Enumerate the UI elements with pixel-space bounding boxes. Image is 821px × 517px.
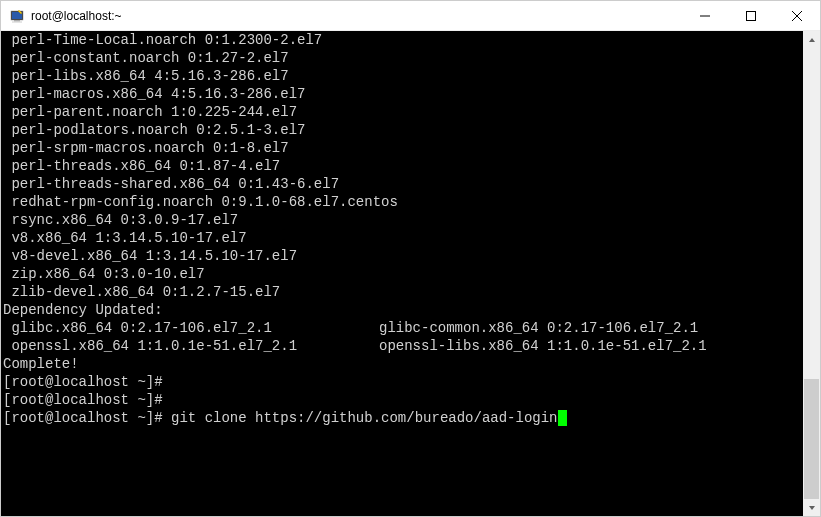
terminal-line: [root@localhost ~]# xyxy=(3,373,801,391)
window-controls xyxy=(682,1,820,30)
terminal-line: perl-threads-shared.x86_64 0:1.43-6.el7 xyxy=(3,175,801,193)
terminal-line: perl-libs.x86_64 4:5.16.3-286.el7 xyxy=(3,67,801,85)
terminal-line: perl-threads.x86_64 0:1.87-4.el7 xyxy=(3,157,801,175)
terminal-line: perl-parent.noarch 1:0.225-244.el7 xyxy=(3,103,801,121)
terminal-line: zlib-devel.x86_64 0:1.2.7-15.el7 xyxy=(3,283,801,301)
scroll-up-icon[interactable] xyxy=(803,31,820,48)
terminal-area: perl-Time-Local.noarch 0:1.2300-2.el7 pe… xyxy=(1,31,820,516)
dep-col2: openssl-libs.x86_64 1:1.0.1e-51.el7_2.1 xyxy=(379,338,707,354)
terminal-prompt-line: [root@localhost ~]# git clone https://gi… xyxy=(3,409,801,427)
scroll-thumb[interactable] xyxy=(804,379,819,499)
putty-window: root@localhost:~ perl-Time-Local.noarch … xyxy=(0,0,821,517)
svg-rect-5 xyxy=(747,11,756,20)
terminal-line: perl-podlators.noarch 0:2.5.1-3.el7 xyxy=(3,121,801,139)
dep-col1: openssl.x86_64 1:1.0.1e-51.el7_2.1 xyxy=(3,337,379,355)
scroll-down-icon[interactable] xyxy=(803,499,820,516)
terminal-line: glibc.x86_64 0:2.17-106.el7_2.1glibc-com… xyxy=(3,319,801,337)
terminal-line: rsync.x86_64 0:3.0.9-17.el7 xyxy=(3,211,801,229)
terminal-line: redhat-rpm-config.noarch 0:9.1.0-68.el7.… xyxy=(3,193,801,211)
terminal-line: Complete! xyxy=(3,355,801,373)
terminal-line: perl-srpm-macros.noarch 0:1-8.el7 xyxy=(3,139,801,157)
minimize-button[interactable] xyxy=(682,1,728,30)
terminal-line: [root@localhost ~]# xyxy=(3,391,801,409)
terminal-line: openssl.x86_64 1:1.0.1e-51.el7_2.1openss… xyxy=(3,337,801,355)
maximize-button[interactable] xyxy=(728,1,774,30)
putty-icon xyxy=(9,8,25,24)
terminal-line: v8.x86_64 1:3.14.5.10-17.el7 xyxy=(3,229,801,247)
terminal-line: v8-devel.x86_64 1:3.14.5.10-17.el7 xyxy=(3,247,801,265)
prompt: [root@localhost ~]# xyxy=(3,410,171,426)
terminal-line: perl-macros.x86_64 4:5.16.3-286.el7 xyxy=(3,85,801,103)
scroll-track[interactable] xyxy=(803,48,820,499)
scrollbar[interactable] xyxy=(803,31,820,516)
svg-rect-2 xyxy=(14,20,20,22)
svg-rect-3 xyxy=(12,21,22,22)
dep-col2: glibc-common.x86_64 0:2.17-106.el7_2.1 xyxy=(379,320,698,336)
terminal-line: perl-constant.noarch 0:1.27-2.el7 xyxy=(3,49,801,67)
terminal[interactable]: perl-Time-Local.noarch 0:1.2300-2.el7 pe… xyxy=(1,31,803,516)
dep-col1: glibc.x86_64 0:2.17-106.el7_2.1 xyxy=(3,319,379,337)
terminal-line: zip.x86_64 0:3.0-10.el7 xyxy=(3,265,801,283)
terminal-line: Dependency Updated: xyxy=(3,301,801,319)
close-button[interactable] xyxy=(774,1,820,30)
command-input[interactable]: git clone https://github.com/bureado/aad… xyxy=(171,410,557,426)
cursor xyxy=(558,410,567,426)
titlebar[interactable]: root@localhost:~ xyxy=(1,1,820,31)
terminal-line: perl-Time-Local.noarch 0:1.2300-2.el7 xyxy=(3,31,801,49)
window-title: root@localhost:~ xyxy=(31,9,682,23)
